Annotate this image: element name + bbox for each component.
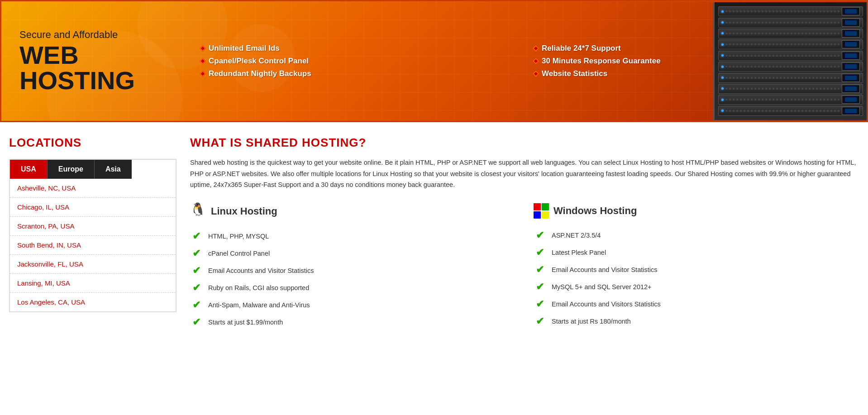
feature-text: Email Accounts and Visitor Statistics [552, 266, 657, 273]
banner-left: Secure and Affordable WEB HOSTING [1, 29, 191, 93]
banner-feature-4: 30 Minutes Response Guarantee [534, 57, 858, 66]
list-item: ✔ Starts at just $1.99/month [190, 314, 515, 331]
list-item: ✔ Email Accounts and Visitors Statistics [534, 296, 859, 313]
feature-text: Starts at just Rs 180/month [552, 318, 631, 325]
checkmark-icon: ✔ [534, 298, 546, 310]
banner-feature-2: Reliable 24*7 Support [534, 44, 858, 53]
feature-text: cPanel Control Panel [208, 250, 270, 257]
main-content: LOCATIONS USA Europe Asia Asheville, NC,… [0, 122, 868, 344]
locations-title: LOCATIONS [9, 136, 176, 150]
server-unit [718, 106, 863, 116]
checkmark-icon: ✔ [534, 229, 546, 241]
feature-bullet-icon [533, 45, 539, 52]
hosting-columns: 🐧 Linux Hosting ✔ HTML, PHP, MYSQL ✔ cPa… [190, 203, 859, 331]
hosting-description: Shared web hosting is the quickest way t… [190, 157, 859, 191]
banner-feature-5: Redundant Nightly Backups [200, 69, 525, 78]
checkmark-icon: ✔ [534, 315, 546, 327]
feature-label: 30 Minutes Response Guarantee [542, 57, 661, 66]
checkmark-icon: ✔ [190, 230, 203, 242]
feature-text: MySQL 5+ and SQL Server 2012+ [552, 283, 652, 291]
shared-hosting-title: WHAT IS SHARED HOSTING? [190, 136, 859, 150]
list-item[interactable]: Scranton, PA, USA [10, 217, 176, 236]
feature-text: Email Accounts and Visitor Statistics [208, 267, 314, 274]
feature-label: Redundant Nightly Backups [209, 69, 311, 78]
feature-text: HTML, PHP, MYSQL [208, 233, 269, 240]
list-item[interactable]: Asheville, NC, USA [10, 179, 176, 198]
windows-title-label: Windows Hosting [553, 205, 637, 217]
feature-bullet-icon [200, 71, 206, 77]
checkmark-icon: ✔ [190, 248, 203, 259]
feature-text: Ruby on Rails, CGI also supported [208, 284, 309, 291]
checkmark-icon: ✔ [190, 299, 203, 311]
feature-bullet-icon [200, 58, 206, 64]
banner-features: Unlimited Email Ids Reliable 24*7 Suppor… [191, 35, 867, 87]
list-item[interactable]: Jacksonville, FL, USA [10, 255, 176, 274]
checkmark-icon: ✔ [534, 247, 546, 258]
linux-icon: 🐧 [190, 203, 206, 219]
feature-text: Starts at just $1.99/month [208, 319, 283, 326]
linux-title-label: Linux Hosting [211, 205, 277, 217]
banner-title: WEB HOSTING [19, 43, 191, 93]
feature-label: Website Statistics [542, 69, 607, 78]
feature-text: ASP.NET 2/3.5/4 [552, 232, 601, 239]
list-item[interactable]: South Bend, IN, USA [10, 236, 176, 255]
banner-subtitle: Secure and Affordable [19, 29, 191, 41]
linux-hosting-column: 🐧 Linux Hosting ✔ HTML, PHP, MYSQL ✔ cPa… [190, 203, 515, 331]
list-item: ✔ Anti-Spam, Malware and Anti-Virus [190, 296, 515, 314]
checkmark-icon: ✔ [534, 264, 546, 276]
server-unit [718, 18, 863, 28]
list-item: ✔ Starts at just Rs 180/month [534, 313, 859, 330]
feature-bullet-icon [533, 71, 539, 77]
feature-text: Latest Plesk Panel [552, 249, 606, 256]
list-item: ✔ Email Accounts and Visitor Statistics [190, 262, 515, 279]
locations-list: Asheville, NC, USA Chicago, IL, USA Scra… [9, 179, 176, 312]
list-item: ✔ Latest Plesk Panel [534, 244, 859, 261]
list-item: ✔ cPanel Control Panel [190, 245, 515, 262]
server-unit [718, 6, 863, 16]
feature-bullet-icon [200, 45, 206, 52]
list-item: ✔ Ruby on Rails, CGI also supported [190, 279, 515, 296]
feature-label: Cpanel/Plesk Control Panel [209, 57, 309, 66]
feature-bullet-icon [533, 58, 539, 64]
checkmark-icon: ✔ [534, 281, 546, 293]
list-item[interactable]: Los Angeles, CA, USA [10, 293, 176, 311]
list-item: ✔ ASP.NET 2/3.5/4 [534, 227, 859, 244]
feature-text: Anti-Spam, Malware and Anti-Virus [208, 301, 310, 309]
linux-feature-list: ✔ HTML, PHP, MYSQL ✔ cPanel Control Pane… [190, 228, 515, 331]
windows-hosting-title: Windows Hosting [534, 203, 859, 219]
banner: Secure and Affordable WEB HOSTING Unlimi… [0, 0, 868, 122]
list-item[interactable]: Chicago, IL, USA [10, 198, 176, 217]
location-tabs: USA Europe Asia [9, 159, 176, 179]
windows-hosting-column: Windows Hosting ✔ ASP.NET 2/3.5/4 ✔ Late… [534, 203, 859, 331]
locations-sidebar: LOCATIONS USA Europe Asia Asheville, NC,… [9, 136, 176, 331]
tab-europe[interactable]: Europe [48, 160, 95, 179]
server-unit [718, 95, 863, 105]
hosting-content: WHAT IS SHARED HOSTING? Shared web hosti… [190, 136, 859, 331]
windows-feature-list: ✔ ASP.NET 2/3.5/4 ✔ Latest Plesk Panel ✔… [534, 227, 859, 330]
feature-label: Unlimited Email Ids [209, 44, 280, 53]
list-item: ✔ Email Accounts and Visitor Statistics [534, 261, 859, 278]
tab-asia[interactable]: Asia [95, 160, 132, 179]
feature-text: Email Accounts and Visitors Statistics [552, 301, 661, 308]
tab-usa[interactable]: USA [10, 160, 48, 179]
checkmark-icon: ✔ [190, 316, 203, 328]
banner-feature-3: Cpanel/Plesk Control Panel [200, 57, 525, 66]
checkmark-icon: ✔ [190, 265, 203, 277]
list-item: ✔ HTML, PHP, MYSQL [190, 228, 515, 245]
feature-label: Reliable 24*7 Support [542, 44, 621, 53]
linux-hosting-title: 🐧 Linux Hosting [190, 203, 515, 219]
list-item[interactable]: Lansing, MI, USA [10, 274, 176, 293]
checkmark-icon: ✔ [190, 282, 203, 294]
banner-feature-1: Unlimited Email Ids [200, 44, 525, 53]
list-item: ✔ MySQL 5+ and SQL Server 2012+ [534, 278, 859, 296]
windows-icon [534, 203, 549, 219]
banner-feature-6: Website Statistics [534, 69, 858, 78]
